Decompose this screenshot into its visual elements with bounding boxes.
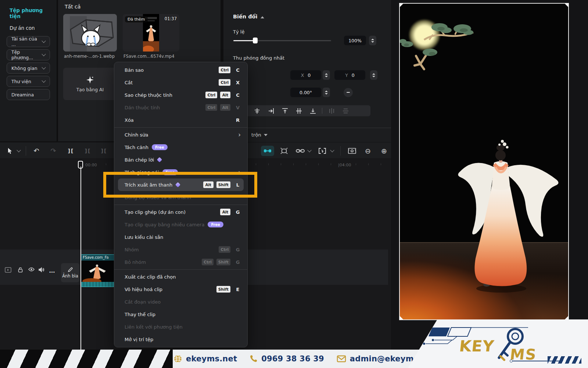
website-item: ekeyms.net: [173, 354, 237, 363]
menu-item-20[interactable]: Vô hiệu hoá clipShiftE: [114, 283, 247, 296]
mute-track-icon[interactable]: [38, 267, 45, 272]
menu-item-8[interactable]: Bản chép lời: [114, 153, 247, 166]
media-thumbnail-image[interactable]: [63, 14, 117, 52]
flip-tool-button[interactable]: [317, 142, 328, 159]
sidebar-item-2[interactable]: Tài sản của ...: [7, 36, 50, 47]
menu-item-label: Tạo clip quay bằng nhiều camera: [125, 222, 204, 227]
sidebar-item-1[interactable]: Dự án con: [0, 22, 57, 34]
resize-handle[interactable]: [565, 316, 568, 319]
menu-item-4[interactable]: XóaR: [114, 114, 247, 126]
cover-edit-button[interactable]: Ảnh bìa: [61, 263, 79, 282]
more-track-options-icon[interactable]: …: [49, 267, 56, 274]
redo-button[interactable]: ↷: [49, 142, 58, 159]
shortcut-letter: G: [235, 209, 241, 215]
delete-right-button[interactable]: ][: [98, 142, 110, 159]
menu-item-17: Bỏ nhómCtrlShiftG: [114, 256, 247, 268]
align-horizontal-center-icon[interactable]: [250, 108, 264, 114]
sidebar-item-label: Tệp phương tiện: [10, 7, 43, 19]
align-bottom-icon[interactable]: [306, 108, 320, 114]
menu-item-22[interactable]: Thay thế clip: [114, 308, 247, 321]
clip-audio-waveform: [81, 282, 115, 287]
scale-slider-handle[interactable]: [253, 38, 258, 43]
undo-button[interactable]: ↶: [32, 142, 41, 159]
delete-left-button[interactable]: ][: [82, 142, 93, 159]
menu-item-extract-audio[interactable]: Trích xuất âm thanhAltShiftL: [118, 178, 244, 191]
link-dropdown[interactable]: [306, 142, 312, 159]
sidebar-item-label: Không gian: [11, 66, 37, 71]
generate-ai-tile[interactable]: Tạo bằng AI: [63, 68, 117, 100]
menu-item-1[interactable]: CắtCtrlX: [114, 76, 247, 89]
media-filter-all[interactable]: Tất cả: [65, 4, 80, 10]
select-tool-dropdown[interactable]: [15, 142, 22, 159]
scale-value-input[interactable]: 100%: [344, 36, 366, 45]
hide-track-icon[interactable]: [28, 267, 35, 272]
zoom-in-button[interactable]: ⊕: [379, 142, 390, 159]
phone-icon: [250, 355, 258, 363]
sidebar-item-3[interactable]: Tệp phương...: [7, 49, 50, 60]
envelope-icon: [337, 355, 346, 363]
resize-handle[interactable]: [400, 316, 403, 319]
media-thumbnail-video[interactable]: Đã thêm 01:37: [123, 14, 179, 52]
menu-item-6[interactable]: Chỉnh sửa›: [114, 128, 247, 141]
playhead-line[interactable]: [80, 166, 81, 350]
menu-item-7[interactable]: Tách cảnhFree: [114, 141, 247, 153]
ai-tile-label: Tạo bằng AI: [76, 87, 104, 92]
shortcut-key: Ctrl: [219, 67, 230, 73]
sidebar-item-4[interactable]: Không gian: [7, 63, 50, 74]
shortcut-key: Ctrl: [202, 259, 214, 265]
align-vertical-center-icon[interactable]: [292, 108, 306, 114]
shortcut-key: Alt: [220, 92, 230, 98]
menu-divider: [114, 205, 247, 205]
sidebar-item-5[interactable]: Thư viện: [7, 76, 50, 87]
distribute-vertical-icon[interactable]: [338, 108, 352, 114]
shortcut-key: Alt: [203, 181, 214, 188]
position-x-stepper[interactable]: [323, 70, 330, 80]
menu-item-15[interactable]: Lưu kiểu cài sẵn: [114, 231, 247, 243]
preview-frames-button[interactable]: [346, 142, 358, 159]
align-right-icon[interactable]: [264, 108, 278, 114]
sidebar-item-0[interactable]: Tệp phương tiện: [0, 4, 57, 22]
rotation-stepper[interactable]: [323, 88, 330, 97]
track-main-icon[interactable]: [4, 267, 12, 273]
clip-thumbnail: [81, 261, 116, 283]
chevron-down-icon: [17, 148, 21, 152]
shortcut-letter: L: [235, 182, 241, 188]
scale-stepper[interactable]: [369, 36, 376, 45]
ruler-mark: |04:00: [338, 163, 351, 167]
lock-track-icon[interactable]: [17, 267, 24, 273]
link-button[interactable]: [295, 142, 306, 159]
menu-item-24[interactable]: Mở vị trí tệp: [114, 333, 247, 346]
resize-handle[interactable]: [400, 4, 403, 7]
website-text: ekeyms.net: [186, 354, 237, 363]
split-clip-button[interactable]: ][: [65, 142, 76, 159]
rotation-input[interactable]: 0.00°: [290, 88, 321, 97]
blend-mode-label[interactable]: trộn: [251, 132, 268, 138]
video-preview[interactable]: [399, 3, 569, 320]
sidebar-list: Tệp phương tiệnDự án conTài sản của ...T…: [0, 4, 57, 100]
cursor-icon: [7, 148, 13, 154]
zoom-out-button[interactable]: ⊖: [362, 142, 373, 159]
menu-item-0[interactable]: Bản saoCtrlC: [114, 64, 247, 76]
free-badge: Free: [162, 169, 178, 175]
menu-item-19[interactable]: Xuất các clip đã chọn: [114, 270, 247, 283]
resize-handle[interactable]: [565, 4, 568, 7]
transform-section-header[interactable]: Biến đổi: [233, 14, 264, 20]
flip-dropdown[interactable]: [329, 142, 335, 159]
menu-item-label: Cắt đoạn video: [125, 299, 161, 305]
menu-item-13[interactable]: Tạo clip ghép (dự án con)AltG: [114, 206, 247, 218]
playhead-handle[interactable]: [78, 161, 83, 169]
distribute-horizontal-icon[interactable]: [325, 108, 338, 114]
position-x-input[interactable]: X0: [290, 70, 321, 80]
position-y-stepper[interactable]: [370, 70, 377, 80]
auto-snap-button[interactable]: [261, 146, 274, 156]
position-y-input[interactable]: Y0: [334, 70, 365, 80]
menu-divider: [114, 269, 247, 270]
menu-item-9[interactable]: Tách giọng nóiFree›: [114, 166, 247, 178]
menu-item-2[interactable]: Sao chép thuộc tínhCtrlAltC: [114, 89, 247, 101]
select-tool-button[interactable]: [5, 142, 15, 159]
rotation-dial[interactable]: [344, 88, 353, 97]
unlink-preview-button[interactable]: [279, 142, 290, 159]
align-top-icon[interactable]: [278, 108, 292, 114]
sidebar-item-6[interactable]: Dreamina: [7, 89, 50, 100]
timeline-clip[interactable]: FSave.com_Fa: [80, 254, 116, 287]
